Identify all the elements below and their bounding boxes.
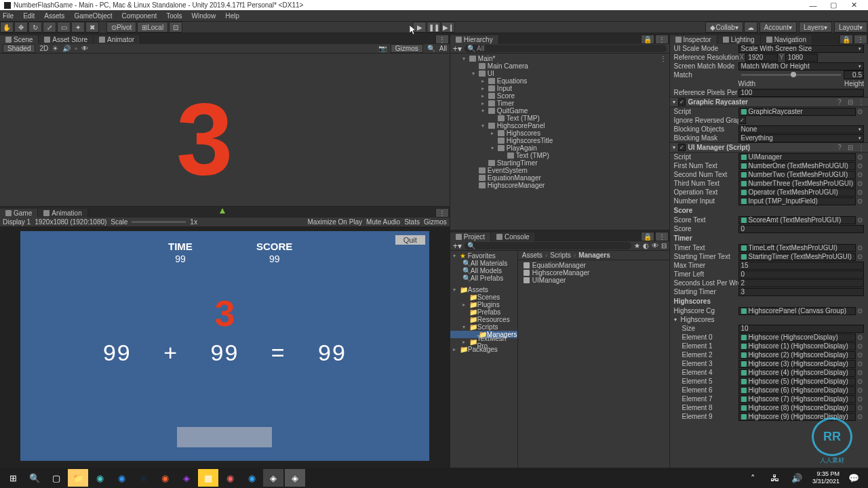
tray-volume[interactable]: 🔊 [787,469,807,487]
help-icon[interactable]: ? [835,144,844,151]
hierarchy-item[interactable]: Score [497,92,515,100]
hierarchy-menu[interactable]: ⋮ [655,35,669,44]
game-menu[interactable]: ⋮ [435,208,449,218]
hierarchy-item[interactable]: EquationManager [488,174,541,182]
favorites-folder[interactable]: Favorites [468,252,496,260]
obj-field[interactable]: Highscore (2) (HighscoreDisplay) [738,351,856,359]
project-menu[interactable]: ⋮ [655,232,669,241]
pivot-toggle[interactable]: ⊙ Pivot [106,22,136,33]
hierarchy-item[interactable]: QuitGame [497,107,528,115]
menu-assets[interactable]: Assets [44,12,64,20]
max-timer-input[interactable]: 15 [738,262,864,270]
project-filter-obj[interactable]: ◐ [643,242,649,249]
ref-res-x[interactable]: 1920 [745,54,778,62]
search-button[interactable]: 🔍 [24,469,45,487]
blocking-mask-dropdown[interactable]: Everything [738,134,864,142]
app-1[interactable]: ◉ [111,469,132,487]
preset-icon[interactable]: ⊟ [846,98,854,106]
hand-tool[interactable]: ✋ [0,22,14,33]
resolution-dropdown[interactable]: 1920x1080 (1920:1080) [35,218,106,226]
project-item[interactable]: All Materials [471,260,507,267]
rotate-tool[interactable]: ↻ [28,22,42,33]
tab-asset-store[interactable]: Asset Store [39,35,94,44]
obj-field[interactable]: Highscore (HighscoreDisplay) [738,333,856,342]
menu-file[interactable]: File [3,12,14,20]
obj-field[interactable]: Highscore (6) (HighscoreDisplay) [738,386,856,394]
obj-field[interactable]: Input (TMP_InputField) [738,197,856,205]
ref-res-y[interactable]: 1080 [785,54,818,62]
search-icon[interactable]: 🔍 [427,45,435,52]
seconds-lost-input[interactable]: 2 [738,279,864,287]
menu-component[interactable]: Component [122,12,157,20]
graphic-raycaster-header[interactable]: ▾✓Graphic Raycaster?⊟⋮ [670,97,868,107]
hierarchy-add[interactable]: +▾ [453,44,462,54]
custom-tool[interactable]: ✖ [85,22,99,33]
project-tree[interactable]: ▾★ Favorites 🔍 All Materials 🔍 All Model… [450,251,518,468]
hierarchy-scene[interactable]: Main* [478,55,496,62]
obj-field[interactable]: Highscore (3) (HighscoreDisplay) [738,360,856,368]
mute-toggle[interactable]: Mute Audio [366,218,400,226]
hierarchy-tree[interactable]: ▾Main*⋮ Main Camera ▾UI ▸Equations ▸Inpu… [450,54,669,230]
layers-dropdown[interactable]: Layers ▾ [799,22,832,33]
prop-label[interactable]: Highscores [681,316,738,323]
obj-field[interactable]: Operator (TextMeshProUGUI) [738,188,856,197]
taskbar-clock[interactable]: 9:35 PM3/31/2021 [808,470,844,485]
obj-field[interactable]: NumberTwo (TextMeshProUGUI) [738,171,856,179]
scale-tool[interactable]: ⤢ [43,22,56,33]
cloud-button[interactable]: ☁ [744,22,757,33]
unity-hub[interactable]: ◈ [263,469,283,487]
help-icon[interactable]: ? [835,98,844,106]
tray-network[interactable]: 🖧 [765,469,785,487]
start-button[interactable]: ⊞ [3,469,23,487]
game-gizmos-dropdown[interactable]: Gizmos [424,218,447,226]
hierarchy-item[interactable]: Main Camera [488,62,528,70]
gizmos-dropdown[interactable]: Gizmos [391,44,423,53]
steam[interactable]: ◉ [133,469,153,487]
tab-console[interactable]: Console [491,232,536,241]
menu-window[interactable]: Window [192,12,216,20]
maximize-toggle[interactable]: Maximize On Play [308,218,363,226]
project-item[interactable]: All Prefabs [471,274,503,282]
project-filter-hidden[interactable]: 👁 [652,242,658,249]
obj-field[interactable]: TimeLeft (TextMeshProUGUI) [738,244,856,252]
hierarchy-item[interactable]: HighscorePanel [497,122,545,129]
tab-game[interactable]: Game [0,209,38,218]
size-input[interactable]: 10 [738,325,864,333]
menu-tools[interactable]: Tools [166,12,182,20]
hierarchy-item[interactable]: Text (TMP) [516,152,549,159]
inspector-menu[interactable]: ⋮ [854,35,867,44]
fx-icon[interactable]: ▫ [75,45,77,52]
scene-menu[interactable]: ⋮ [435,35,449,44]
account-dropdown[interactable]: Account ▾ [760,22,797,33]
project-breadcrumb[interactable]: Assets› Scripts› Managers [518,251,669,260]
hierarchy-item[interactable]: Timer [497,100,514,107]
app-2[interactable]: ◉ [155,469,175,487]
step-button[interactable]: ▶❙ [441,22,455,33]
blocking-obj-dropdown[interactable]: None [738,125,864,134]
hierarchy-search[interactable]: 🔍 All [465,45,667,52]
stats-toggle[interactable]: Stats [404,218,420,226]
tab-lighting[interactable]: Lighting [717,35,761,44]
hierarchy-item[interactable]: Text (TMP) [507,115,540,122]
app-4[interactable]: ◉ [220,469,240,487]
project-item[interactable]: All Models [471,267,502,274]
ui-scale-dropdown[interactable]: Scale With Screen Size [738,45,864,53]
starting-timer-input[interactable]: 3 [738,288,864,296]
ref-pixels-input[interactable]: 100 [738,89,864,97]
inspector-lock[interactable]: 🔒 [840,35,853,44]
hierarchy-item[interactable]: StartingTimer [497,159,538,167]
game-view[interactable]: Quit TIME 99 SCORE 99 3 99 + 99 = [20,231,429,461]
edge[interactable]: ◉ [90,469,110,487]
task-view[interactable]: ▢ [46,469,66,487]
obj-field[interactable]: Highscore (5) (HighscoreDisplay) [738,378,856,386]
project-item[interactable]: Scripts [477,323,498,331]
display-dropdown[interactable]: Display 1 [3,218,31,226]
ignore-rev-checkbox[interactable]: ✓ [738,117,746,124]
windows-taskbar[interactable]: ⊞ 🔍 ▢ 📁 ◉ ◉ ◉ ◉ ◈ ▦ ◉ ◉ ◈ ◈ ˄ 🖧 🔊 9:35 P… [0,468,868,488]
tab-animation[interactable]: Animation [38,209,87,218]
quit-button[interactable]: Quit [395,235,425,245]
uimanager-header[interactable]: ▾✓UI Manager (Script)?⊟⋮ [670,142,868,152]
scene-view[interactable]: 3 [0,54,450,206]
maximize-button[interactable]: ▢ [823,1,844,9]
tab-project[interactable]: Project [450,232,491,241]
